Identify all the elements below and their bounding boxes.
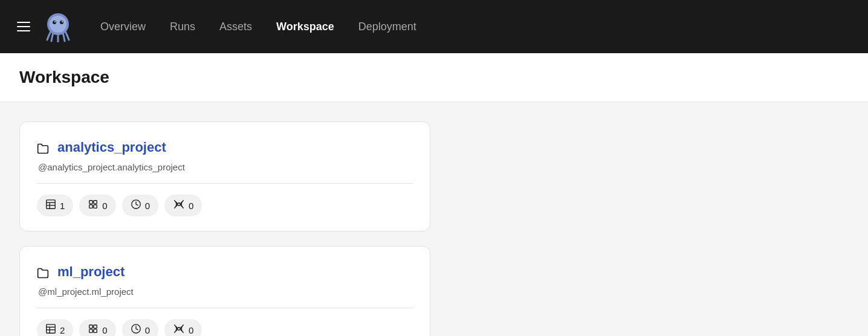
menu-button[interactable] [15, 19, 33, 34]
workspace-card-analytics: analytics_project @analytics_project.ana… [19, 121, 430, 231]
app-header: Overview Runs Assets Workspace Deploymen… [0, 0, 868, 53]
stat-schedules-ml[interactable]: 0 [122, 319, 158, 336]
card-subtitle-analytics: @analytics_project.analytics_project [37, 162, 413, 172]
card-header-ml: ml_project [37, 263, 413, 280]
sensors-icon-ml [173, 323, 185, 336]
stat-schedules-value-ml: 0 [145, 325, 150, 335]
stat-ops-analytics[interactable]: 0 [79, 195, 115, 216]
folder-icon-analytics [37, 139, 49, 156]
card-title-analytics[interactable]: analytics_project [57, 140, 166, 155]
svg-point-3 [60, 21, 63, 24]
card-title-ml[interactable]: ml_project [57, 264, 125, 280]
stat-assets-ml[interactable]: 2 [37, 319, 73, 336]
stat-schedules-value-analytics: 0 [145, 201, 150, 211]
stat-sensors-analytics[interactable]: 0 [164, 195, 202, 216]
nav-runs[interactable]: Runs [158, 16, 207, 38]
svg-rect-25 [94, 325, 97, 328]
app-logo [42, 11, 74, 42]
stat-ops-value-ml: 0 [102, 325, 107, 335]
svg-point-2 [53, 21, 56, 24]
card-stats-ml: 2 0 [37, 319, 413, 336]
main-nav: Overview Runs Assets Workspace Deploymen… [88, 16, 429, 38]
card-subtitle-ml: @ml_project.ml_project [37, 286, 413, 297]
stat-schedules-analytics[interactable]: 0 [122, 195, 158, 216]
ops-icon [88, 199, 99, 212]
card-header-analytics: analytics_project [37, 139, 413, 156]
svg-rect-6 [47, 200, 55, 208]
svg-rect-20 [47, 325, 55, 333]
svg-rect-12 [89, 205, 92, 208]
nav-assets[interactable]: Assets [207, 16, 264, 38]
stat-assets-value-ml: 2 [60, 325, 65, 335]
card-stats-analytics: 1 0 [37, 195, 413, 216]
nav-overview[interactable]: Overview [88, 16, 158, 38]
stat-assets-value-analytics: 1 [60, 201, 65, 211]
svg-rect-10 [89, 201, 92, 204]
stat-assets-analytics[interactable]: 1 [37, 195, 73, 216]
stat-sensors-value-ml: 0 [189, 325, 193, 335]
svg-point-5 [62, 21, 63, 22]
svg-rect-24 [89, 325, 92, 328]
stat-sensors-value-analytics: 0 [189, 201, 193, 211]
folder-icon-ml [37, 263, 49, 280]
workspace-cards: analytics_project @analytics_project.ana… [0, 102, 868, 336]
workspace-card-ml: ml_project @ml_project.ml_project 2 [19, 246, 430, 336]
stat-ops-value-analytics: 0 [102, 201, 107, 211]
table-icon [45, 199, 56, 212]
nav-workspace[interactable]: Workspace [264, 16, 346, 38]
svg-point-1 [50, 16, 66, 33]
clock-icon [131, 199, 141, 212]
svg-point-4 [54, 21, 56, 22]
stat-sensors-ml[interactable]: 0 [164, 319, 202, 336]
svg-point-33 [178, 328, 181, 331]
page-title: Workspace [19, 68, 849, 87]
sensors-icon [173, 199, 185, 212]
svg-point-19 [178, 203, 181, 206]
page-header: Workspace [0, 53, 868, 102]
card-divider-analytics [37, 183, 413, 184]
stat-ops-ml[interactable]: 0 [79, 319, 115, 336]
svg-rect-13 [94, 205, 97, 208]
nav-deployment[interactable]: Deployment [346, 16, 429, 38]
ops-icon-ml [88, 323, 99, 336]
svg-rect-27 [94, 329, 97, 332]
table-icon-ml [45, 323, 56, 336]
svg-rect-11 [94, 201, 97, 204]
card-divider-ml [37, 308, 413, 308]
svg-rect-26 [89, 329, 92, 332]
clock-icon-ml [131, 323, 141, 336]
